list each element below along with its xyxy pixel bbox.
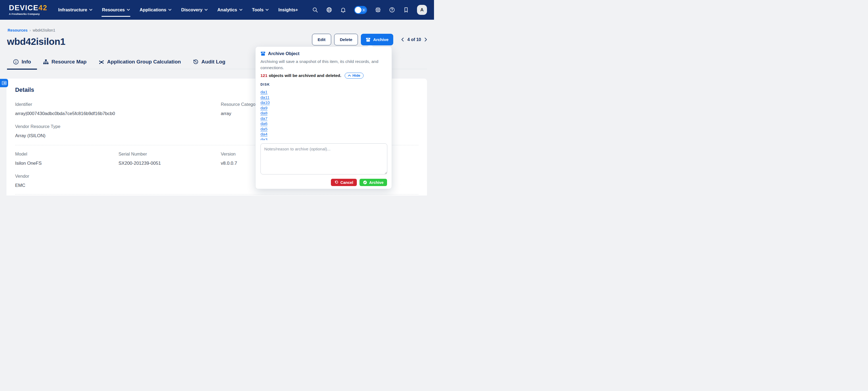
nav-item-analytics[interactable]: Analytics: [217, 0, 242, 20]
tab-audit-log[interactable]: Audit Log: [187, 55, 231, 69]
disk-section-heading: DISK: [260, 83, 270, 86]
confirm-archive-button[interactable]: Archive: [360, 179, 387, 186]
hide-details-button[interactable]: Hide: [345, 72, 364, 79]
chevron-down-icon: [127, 9, 130, 11]
side-panel-toggle[interactable]: [0, 79, 8, 87]
nav-label: Discovery: [181, 7, 203, 12]
archive-count: 121: [260, 73, 268, 78]
field-resource-category: Resource Category array: [221, 102, 259, 116]
field-label: Resource Category: [221, 102, 259, 107]
info-icon: [13, 59, 19, 65]
disk-link[interactable]: da10: [260, 100, 270, 105]
disk-link[interactable]: da9: [260, 105, 268, 111]
popup-buttons: Cancel Archive: [331, 179, 387, 186]
field-version: Version v8.0.0.7: [221, 151, 237, 166]
field-vendor-resource-type: Vendor Resource Type Array (ISILON): [15, 124, 60, 139]
search-icon[interactable]: [312, 7, 318, 13]
popup-description: Archiving will save a snapshot of this i…: [260, 58, 386, 71]
field-label: Version: [221, 151, 237, 157]
tab-resource-map[interactable]: Resource Map: [37, 55, 93, 69]
field-label: Identifier: [15, 102, 115, 107]
breadcrumb-separator: ›: [29, 28, 31, 32]
check-circle-icon: [363, 180, 367, 184]
disk-link[interactable]: da7: [260, 116, 268, 121]
archive-notes-input[interactable]: [260, 143, 387, 175]
tab-label: Audit Log: [202, 59, 225, 65]
archive-object-popup: Archive Object Archiving will save a sna…: [255, 47, 392, 189]
field-model: Model Isilon OneFS: [15, 151, 41, 166]
nav-label: Applications: [140, 7, 166, 12]
field-value: EMC: [15, 183, 29, 188]
edit-button[interactable]: Edit: [312, 34, 331, 46]
sun-icon: [362, 8, 366, 12]
nav-item-applications[interactable]: Applications: [140, 0, 172, 20]
nav-item-infrastructure[interactable]: Infrastructure: [58, 0, 92, 20]
tab-label: Resource Map: [52, 59, 87, 65]
chevron-down-icon: [266, 9, 269, 11]
field-value: Isilon OneFS: [15, 161, 41, 166]
nav-label: Infrastructure: [58, 7, 87, 12]
undo-icon: [334, 181, 338, 184]
nav-label: Analytics: [217, 7, 237, 12]
nav-item-insights[interactable]: Insights+: [278, 0, 298, 20]
field-label: Model: [15, 151, 41, 157]
nav-item-tools[interactable]: Tools: [252, 0, 269, 20]
settings-gear-icon[interactable]: [375, 7, 381, 13]
help-icon[interactable]: [389, 7, 395, 13]
archive-box-icon: [366, 37, 371, 42]
field-label: Serial Number: [119, 151, 161, 157]
logo-wordmark: DEVICE42: [9, 4, 48, 11]
field-value: SX200-201239-0051: [119, 161, 161, 166]
sitemap-icon: [43, 59, 49, 65]
nav-label: Insights+: [278, 7, 298, 12]
cancel-button[interactable]: Cancel: [331, 179, 357, 186]
globe-icon[interactable]: [326, 7, 332, 13]
breadcrumb: Resources›wbd42isilon1: [7, 28, 55, 32]
next-record-icon[interactable]: [425, 37, 427, 41]
field-serial-number: Serial Number SX200-201239-0051: [119, 151, 161, 166]
history-clock-icon: [193, 59, 199, 65]
nav-item-discovery[interactable]: Discovery: [181, 0, 208, 20]
notifications-bell-icon[interactable]: [340, 7, 346, 13]
logo-42-accent: 42: [39, 4, 48, 12]
breadcrumb-current: wbd42isilon1: [33, 28, 55, 32]
tab-info[interactable]: Info: [7, 55, 37, 69]
disk-link[interactable]: da3: [260, 137, 268, 141]
archive-count-line: 121 objects will be archived and deleted…: [260, 72, 364, 79]
chevron-down-icon: [89, 9, 92, 11]
theme-toggle[interactable]: [354, 6, 367, 14]
disk-links-list[interactable]: da1 da11 da10 da9 da8 da7 da6 da5 da4 da…: [260, 89, 314, 140]
section-divider: [15, 194, 418, 194]
field-vendor: Vendor EMC: [15, 174, 29, 188]
disk-link[interactable]: da5: [260, 126, 268, 132]
confirm-archive-label: Archive: [369, 180, 383, 185]
prev-record-icon[interactable]: [401, 37, 404, 41]
tab-application-group-calculation[interactable]: Application Group Calculation: [93, 55, 187, 69]
page-actions: Edit Delete Archive 4 of 10: [312, 34, 427, 46]
tab-label: Application Group Calculation: [107, 59, 181, 65]
chevron-down-icon: [168, 9, 172, 11]
nav-label: Resources: [102, 7, 125, 12]
disk-link[interactable]: da6: [260, 121, 268, 126]
chevron-up-icon: [348, 74, 351, 77]
disk-link[interactable]: da8: [260, 111, 268, 116]
pagination-label: 4 of 10: [407, 37, 421, 42]
hide-label: Hide: [352, 73, 360, 78]
bookmark-icon[interactable]: [403, 7, 409, 13]
field-identifier: Identifier array|0007430adbc0bda7ce5fc81…: [15, 102, 115, 116]
nav-item-resources[interactable]: Resources: [102, 0, 130, 20]
cancel-label: Cancel: [340, 180, 353, 185]
disk-link[interactable]: da4: [260, 131, 268, 137]
list-panel-icon: [2, 81, 6, 85]
delete-button[interactable]: Delete: [334, 34, 358, 46]
archive-button-label: Archive: [373, 37, 389, 42]
archive-button[interactable]: Archive: [361, 34, 393, 46]
breadcrumb-resources-link[interactable]: Resources: [7, 28, 28, 32]
disk-link[interactable]: da1: [260, 89, 268, 95]
field-value: Array (ISILON): [15, 133, 60, 139]
popup-header: Archive Object: [260, 51, 299, 56]
disk-link[interactable]: da11: [260, 95, 269, 100]
device42-logo[interactable]: DEVICE42 A Freshworks Company: [9, 4, 48, 16]
chevron-down-icon: [239, 9, 242, 11]
user-avatar[interactable]: A: [417, 5, 427, 15]
